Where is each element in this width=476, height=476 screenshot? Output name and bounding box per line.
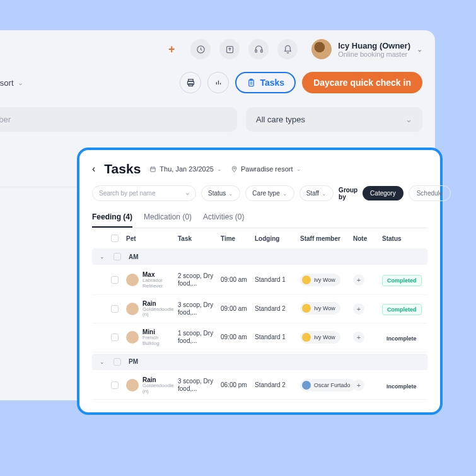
row-checkbox[interactable] [111,305,119,313]
tab[interactable]: Activities (0) [203,212,244,228]
time-cell: 06:00 pm [221,381,251,389]
add-note-button[interactable]: + [353,274,364,286]
select-all-checkbox[interactable] [111,235,119,242]
time-cell: 09:00 am [221,305,251,313]
column-staff: Staff member [300,235,349,242]
staff-avatar [302,381,311,390]
bar-chart-icon [214,78,223,88]
pet-cell: RainGoldendoodle (n) [126,376,174,395]
chevron-down-icon: ⌄ [296,166,301,172]
calendar-icon [149,166,156,173]
staff-filter[interactable]: Staff⌄ [299,185,334,201]
bell-icon[interactable] [277,39,298,59]
pet-cell: MaxLabrador Retriever [126,271,174,289]
tab[interactable]: Feeding (4) [92,212,132,228]
status-filter[interactable]: Status⌄ [201,185,240,201]
date-picker[interactable]: Thu, Jan 23/2025 ⌄ [149,165,222,173]
table-row[interactable]: RainGoldendoodle (n)3 scoop, Dry food,..… [92,295,427,324]
status-badge: Incomplete [382,381,421,392]
task-cell: 2 scoop, Dry food,... [178,272,217,287]
group-row[interactable]: ⌄PM [92,354,427,370]
chevron-down-icon: ⌄ [417,45,422,54]
status-badge: Completed [382,275,422,286]
print-button[interactable] [180,72,201,93]
svg-rect-3 [260,50,262,52]
group-checkbox[interactable] [113,358,121,366]
filters-row: ner name, or phone number All care types… [0,103,435,143]
pet-breed: Goldendoodle (n) [142,383,174,395]
staff-cell: Ivy Wow [300,331,349,344]
caretype-filter[interactable]: Care type⌄ [245,185,294,201]
status-badge: Incomplete [382,334,421,344]
group-row[interactable]: ⌄AM [92,248,427,265]
chevron-down-icon[interactable]: ⌄ [95,253,110,260]
staff-avatar [302,333,311,342]
chevron-down-icon: ⌄ [405,115,412,124]
clipboard-icon [247,78,256,88]
add-note-button[interactable]: + [353,380,364,391]
modal-location[interactable]: Pawradise resort ⌄ [231,165,301,173]
task-cell: 3 scoop, Dry food,... [178,301,217,316]
table-row[interactable]: RainGoldendoodle (n)3 scoop, Dry food,..… [92,371,427,400]
lodging-cell: Standard 2 [255,305,296,313]
care-type-select[interactable]: All care types ⌄ [246,107,422,132]
staff-avatar [302,304,311,313]
row-checkbox[interactable] [111,381,119,389]
pet-avatar [126,274,139,286]
column-note: Note [353,235,378,242]
pet-cell: MiniFrench Bulldog [126,328,174,347]
app-topbar: + Icy Huang (Owner) Online booking maste… [0,30,435,68]
table-body: ⌄AMMaxLabrador Retriever2 scoop, Dry foo… [92,248,427,400]
pet-avatar [126,379,139,392]
add-note-button[interactable]: + [353,332,364,343]
upload-icon[interactable] [219,39,240,59]
staff-cell: Ivy Wow [300,274,349,287]
group-checkbox[interactable] [113,253,121,260]
table-row[interactable]: MiniFrench Bulldog1 scoop, Dry food,...0… [92,323,427,352]
svg-rect-10 [151,167,155,171]
chevron-down-icon[interactable]: ⌄ [95,359,110,365]
stats-button[interactable] [207,72,229,93]
column-lodging: Lodging [255,235,296,242]
clock-icon[interactable] [190,39,211,59]
row-checkbox[interactable] [111,334,119,341]
headset-icon[interactable] [248,39,269,59]
printer-icon [186,78,195,88]
staff-chip[interactable]: Ivy Wow [300,274,340,286]
modal-header: ‹ Tasks Thu, Jan 23/2025 ⌄ Pawradise res… [92,161,427,177]
column-status: Status [382,235,419,242]
pin-icon [231,166,238,173]
group-label: PM [129,358,425,365]
task-cell: 3 scoop, Dry food,... [178,378,217,393]
staff-chip[interactable]: Oscar Furtado [300,379,356,392]
modal-search-input[interactable]: Search by pet name [92,185,196,201]
staff-chip[interactable]: Ivy Wow [300,302,340,315]
tasks-button[interactable]: Tasks [235,72,296,93]
staff-avatar [302,276,311,284]
groupby-label: Group by [339,187,357,200]
modal-title: Tasks [104,161,141,177]
staff-chip[interactable]: Ivy Wow [300,331,340,344]
table-row[interactable]: MaxLabrador Retriever2 scoop, Dry food,.… [92,266,427,295]
pet-name: Rain [142,300,174,307]
column-time: Time [221,235,251,242]
back-button[interactable]: ‹ [92,163,95,175]
user-name: Icy Huang (Owner) [338,41,410,50]
task-cell: 1 scoop, Dry food,... [178,330,217,345]
time-cell: 09:00 am [221,334,251,341]
add-button[interactable]: + [161,39,182,59]
lodging-cell: Standard 1 [255,334,296,341]
checkin-button[interactable]: Daycare quick check in [302,72,422,93]
tab[interactable]: Medication (0) [144,212,192,228]
group-schedule-toggle[interactable]: Schedule [409,185,451,201]
user-menu[interactable]: Icy Huang (Owner) Online booking master … [311,39,422,59]
user-subtitle: Online booking master [338,50,410,58]
add-note-button[interactable]: + [353,303,364,315]
main-toolbar: ‹ › Pawradise resort ⌄ Tasks Daycare qui… [0,68,435,103]
row-checkbox[interactable] [111,276,119,284]
lodging-cell: Standard 2 [255,381,296,389]
group-category-toggle[interactable]: Category [363,186,403,200]
chevron-down-icon: ⌄ [217,166,222,172]
search-input[interactable]: ner name, or phone number [0,107,237,132]
location-chip[interactable]: Pawradise resort ⌄ [0,78,23,88]
